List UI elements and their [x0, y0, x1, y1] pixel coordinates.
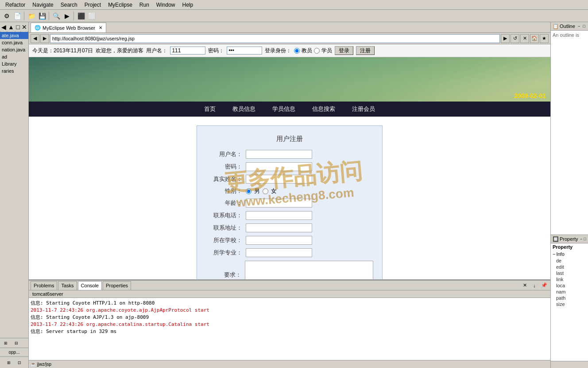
form-input-address[interactable]	[246, 223, 312, 232]
nav-home[interactable]: 首页	[202, 104, 217, 114]
register-btn[interactable]: 注册	[356, 46, 375, 55]
banner: 2009-02-01	[29, 57, 550, 102]
toolbar-btn-6[interactable]: ▶	[62, 11, 72, 21]
gender-female-radio[interactable]	[263, 188, 268, 194]
form-label-major: 所学专业：	[206, 249, 246, 257]
sidebar-bottom-btn-2[interactable]: ⊟	[12, 338, 21, 348]
property-item-6[interactable]: path	[551, 295, 588, 301]
toolbar-btn-7[interactable]: ⬛	[76, 11, 86, 21]
bookmark-btn[interactable]: ★	[540, 34, 549, 43]
toolbar-btn-5[interactable]: 🔍	[51, 11, 61, 21]
menu-project[interactable]: Project	[81, 1, 104, 9]
property-item-5[interactable]: nam	[551, 289, 588, 295]
role-teacher-radio[interactable]	[294, 48, 300, 54]
nav-search[interactable]: 信息搜索	[310, 104, 337, 114]
role-label: 登录身份：	[265, 47, 291, 55]
form-input-school[interactable]	[246, 236, 312, 245]
toolbar-btn-4[interactable]: 💾	[37, 11, 47, 21]
forward-btn[interactable]: ▶	[40, 34, 49, 43]
back-btn[interactable]: ◀	[31, 34, 39, 43]
console-tab-problems[interactable]: Problems	[31, 281, 57, 290]
nav-register[interactable]: 注册会员	[350, 104, 377, 114]
form-input-password[interactable]	[246, 162, 312, 171]
sidebar-btn-close[interactable]: ✕	[21, 22, 27, 32]
form-input-phone[interactable]	[246, 211, 312, 220]
header-username-input[interactable]	[170, 47, 205, 55]
toolbar-btn-2[interactable]: 📄	[12, 11, 22, 21]
console-status-text: ☕ jjwz/jsp	[31, 362, 51, 367]
menu-myeclipse[interactable]: MyEclipse	[104, 1, 136, 9]
registration-form: 用户注册 用户名： 密码： 真实姓名：	[197, 125, 383, 279]
refresh-btn[interactable]: ↺	[511, 34, 519, 43]
sidebar-file-5[interactable]: raries	[0, 67, 28, 74]
toolbar-sep-2	[49, 12, 50, 20]
address-input[interactable]	[50, 34, 500, 43]
sidebar-btn-1[interactable]: ◀	[1, 22, 7, 32]
toolbar-btn-8[interactable]: ⬜	[87, 11, 97, 21]
right-panels: 📋 Outline − □ An outline is 🔲 Property −…	[550, 22, 588, 368]
property-section-info: − Info	[551, 251, 588, 258]
form-row-realname: 真实姓名：	[206, 175, 373, 184]
property-max-btn[interactable]: □	[584, 236, 586, 242]
sidebar-btn-3[interactable]: □	[15, 22, 20, 32]
menu-help[interactable]: Help	[179, 1, 197, 9]
property-item-3[interactable]: link	[551, 276, 588, 282]
outline-max-btn[interactable]: □	[582, 23, 586, 29]
console-clear-btn[interactable]: ✕	[520, 282, 529, 290]
stop-btn[interactable]: ✕	[520, 34, 529, 43]
menu-refactor[interactable]: Refactor	[2, 1, 29, 9]
nav-teacher[interactable]: 教员信息	[231, 104, 257, 114]
nav-student[interactable]: 学员信息	[271, 104, 297, 114]
gender-male-radio[interactable]	[246, 188, 251, 194]
home-btn[interactable]: 🏠	[530, 34, 539, 43]
console-pin-btn[interactable]: 📌	[540, 282, 549, 290]
property-item-1[interactable]: edit	[551, 264, 588, 270]
outline-min-btn[interactable]: −	[577, 23, 581, 29]
browser-viewport[interactable]: 今天是：2013年11月07日 欢迎您，亲爱的游客 用户名： 密码： 登录身份：…	[29, 44, 550, 279]
form-input-major[interactable]	[246, 248, 312, 257]
browser-tab-icon: 🌐	[35, 25, 41, 31]
property-content: Property − Info de edit last link loca n…	[551, 243, 588, 361]
console-scroll-btn[interactable]: ↓	[530, 282, 539, 290]
go-btn[interactable]: ▶	[501, 34, 510, 43]
console-tab-console[interactable]: Console	[78, 281, 102, 290]
form-input-age[interactable]	[246, 199, 312, 207]
browser-tab-close[interactable]: ✕	[99, 25, 102, 30]
toolbar-btn-1[interactable]: ⚙	[2, 11, 12, 21]
form-label-gender: 性别：	[206, 187, 246, 195]
sidebar-file-3[interactable]: ad	[0, 53, 28, 60]
sidebar-icon-expand[interactable]: ⊡	[15, 358, 24, 368]
console-tab-tasks[interactable]: Tasks	[58, 281, 77, 290]
toolbar-sep-1	[24, 12, 25, 20]
sidebar-btn-2[interactable]: ▲	[8, 22, 15, 32]
menu-search[interactable]: Search	[57, 1, 81, 9]
toolbar-btn-3[interactable]: 📁	[27, 11, 36, 21]
menu-window[interactable]: Window	[153, 1, 179, 9]
menu-run[interactable]: Run	[136, 1, 153, 9]
form-textarea-requirements[interactable]	[245, 261, 373, 279]
sidebar-icon-grid[interactable]: ⊞	[4, 358, 14, 368]
console-title-bar: tomcat6server	[29, 290, 550, 298]
sidebar-file-2[interactable]: nation.java	[0, 46, 28, 53]
menu-bar: Refactor Navigate Search Project MyEclip…	[0, 0, 588, 10]
property-item-7[interactable]: size	[551, 301, 588, 307]
property-item-0[interactable]: de	[551, 258, 588, 264]
role-student-radio[interactable]	[314, 48, 320, 54]
property-scrollbar[interactable]	[551, 361, 588, 368]
menu-navigate[interactable]: Navigate	[29, 1, 57, 9]
form-input-realname[interactable]	[246, 175, 312, 184]
header-password-input[interactable]	[227, 47, 262, 55]
toolbar: ⚙ 📄 📁 💾 🔍 ▶ ⬛ ⬜	[0, 10, 588, 22]
property-item-2[interactable]: last	[551, 270, 588, 276]
login-btn[interactable]: 登录	[335, 46, 353, 55]
sidebar-file-1[interactable]: conn.java	[0, 39, 28, 46]
browser-tab-active[interactable]: 🌐 MyEclipse Web Browser ✕	[31, 23, 106, 32]
console-tab-properties[interactable]: Properties	[103, 281, 131, 290]
sidebar-file-4[interactable]: Library	[0, 60, 28, 67]
property-item-4[interactable]: loca	[551, 282, 588, 289]
property-min-btn[interactable]: −	[580, 236, 583, 242]
sidebar-bottom-btn-1[interactable]: ⊞	[1, 338, 11, 348]
banner-bg	[29, 57, 550, 102]
sidebar-file-selected[interactable]: ate.java	[0, 32, 28, 39]
form-input-username[interactable]	[246, 150, 312, 159]
